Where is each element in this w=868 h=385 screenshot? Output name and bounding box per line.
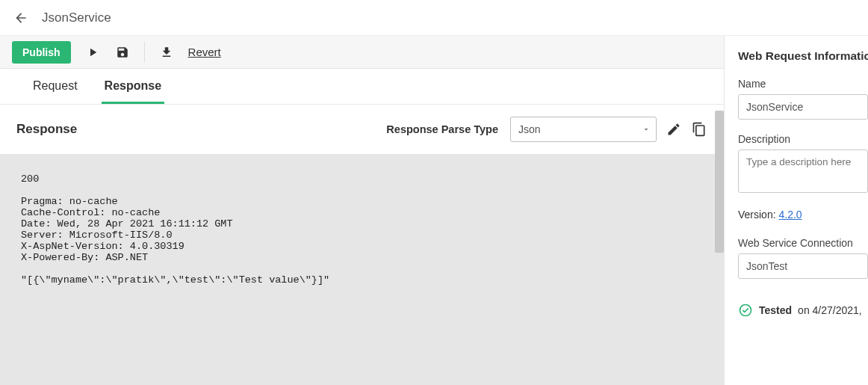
tab-request[interactable]: Request — [30, 69, 81, 104]
back-button[interactable] — [12, 9, 30, 27]
version-label: Version: — [738, 209, 776, 221]
parse-type-select[interactable]: Json — [510, 117, 657, 142]
tested-row: Tested on 4/27/2021, — [738, 303, 868, 318]
tested-on: on 4/27/2021, — [798, 304, 862, 316]
play-icon — [86, 46, 99, 59]
description-input[interactable] — [738, 150, 868, 193]
panel-title: Response — [16, 122, 377, 137]
description-label: Description — [738, 133, 868, 145]
tab-response[interactable]: Response — [102, 69, 164, 104]
copy-icon — [692, 122, 707, 137]
connection-input[interactable] — [738, 253, 868, 279]
publish-button[interactable]: Publish — [12, 41, 71, 64]
pencil-icon — [666, 122, 681, 137]
arrow-left-icon — [13, 10, 28, 25]
edit-button[interactable] — [666, 121, 682, 138]
toolbar-separator — [144, 42, 145, 63]
check-circle-icon — [738, 303, 753, 318]
version-row: Version: 4.2.0 — [738, 209, 868, 221]
svg-point-0 — [740, 305, 751, 316]
scrollbar-thumb[interactable] — [715, 111, 724, 253]
sidebar-title: Web Request Information — [738, 49, 868, 63]
run-button[interactable] — [84, 44, 101, 61]
main-panel: Publish Revert Request Response Response… — [0, 36, 725, 385]
toolbar: Publish Revert — [0, 36, 724, 69]
tested-label: Tested — [759, 304, 792, 316]
download-icon — [160, 46, 173, 59]
page-title: JsonService — [42, 10, 111, 25]
parse-type-label: Response Parse Type — [386, 123, 498, 135]
revert-link[interactable]: Revert — [188, 46, 221, 58]
name-input[interactable] — [738, 94, 868, 120]
name-label: Name — [738, 78, 868, 90]
save-button[interactable] — [114, 44, 131, 61]
panel-header: Response Response Parse Type Json — [0, 105, 724, 154]
top-bar: JsonService — [0, 0, 868, 36]
copy-button[interactable] — [691, 121, 707, 138]
sidebar: Web Request Information Name Description… — [725, 36, 868, 385]
version-link[interactable]: 4.2.0 — [778, 209, 802, 221]
tabs: Request Response — [0, 69, 724, 105]
connection-label: Web Service Connection — [738, 237, 868, 249]
download-button[interactable] — [158, 44, 175, 61]
response-body[interactable]: 200 Pragma: no-cache Cache-Control: no-c… — [0, 154, 724, 385]
save-icon — [116, 46, 129, 59]
parse-type-value: Json — [518, 123, 541, 135]
